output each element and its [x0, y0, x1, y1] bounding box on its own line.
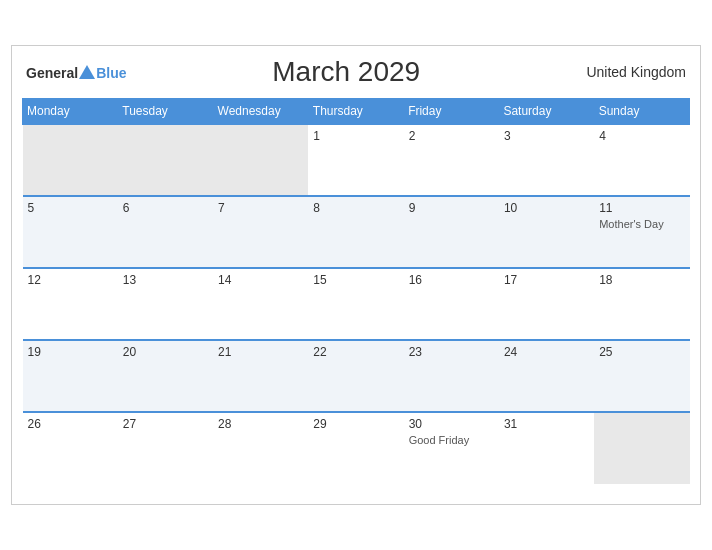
calendar-cell: 14 [213, 268, 308, 340]
logo-blue-text: Blue [96, 66, 126, 80]
day-number: 24 [504, 345, 589, 359]
calendar-cell: 17 [499, 268, 594, 340]
calendar-cell [23, 124, 118, 196]
logo-general-text: General [26, 66, 78, 80]
calendar-cell: 18 [594, 268, 689, 340]
calendar-cell: 7 [213, 196, 308, 268]
weekday-header-tuesday: Tuesday [118, 99, 213, 125]
weekday-header-wednesday: Wednesday [213, 99, 308, 125]
calendar-cell: 19 [23, 340, 118, 412]
calendar-cell: 5 [23, 196, 118, 268]
day-number: 9 [409, 201, 494, 215]
day-number: 3 [504, 129, 589, 143]
calendar-cell: 22 [308, 340, 403, 412]
calendar-cell: 30Good Friday [404, 412, 499, 484]
day-number: 13 [123, 273, 208, 287]
calendar-cell: 2 [404, 124, 499, 196]
calendar-cell: 13 [118, 268, 213, 340]
calendar-cell: 6 [118, 196, 213, 268]
week-row-4: 19202122232425 [23, 340, 690, 412]
week-row-1: 1234 [23, 124, 690, 196]
day-number: 14 [218, 273, 303, 287]
logo-triangle-icon [79, 65, 95, 79]
day-number: 17 [504, 273, 589, 287]
calendar-cell: 25 [594, 340, 689, 412]
day-event: Good Friday [409, 434, 470, 446]
week-row-3: 12131415161718 [23, 268, 690, 340]
day-number: 25 [599, 345, 684, 359]
day-number: 29 [313, 417, 398, 431]
week-row-5: 2627282930Good Friday31 [23, 412, 690, 484]
day-number: 12 [28, 273, 113, 287]
calendar-cell: 29 [308, 412, 403, 484]
weekday-header-thursday: Thursday [308, 99, 403, 125]
logo: General Blue [26, 65, 126, 80]
weekday-header-friday: Friday [404, 99, 499, 125]
calendar-cell: 21 [213, 340, 308, 412]
calendar-cell: 12 [23, 268, 118, 340]
calendar-cell: 20 [118, 340, 213, 412]
day-number: 6 [123, 201, 208, 215]
calendar-container: General Blue March 2029 United Kingdom M… [11, 45, 701, 505]
day-number: 28 [218, 417, 303, 431]
calendar-cell: 15 [308, 268, 403, 340]
calendar-header: General Blue March 2029 United Kingdom [22, 56, 690, 88]
day-number: 22 [313, 345, 398, 359]
weekday-header-monday: Monday [23, 99, 118, 125]
day-number: 23 [409, 345, 494, 359]
calendar-cell: 8 [308, 196, 403, 268]
calendar-cell: 1 [308, 124, 403, 196]
calendar-table: MondayTuesdayWednesdayThursdayFridaySatu… [22, 98, 690, 484]
day-number: 20 [123, 345, 208, 359]
calendar-cell: 10 [499, 196, 594, 268]
day-number: 27 [123, 417, 208, 431]
day-number: 21 [218, 345, 303, 359]
day-number: 5 [28, 201, 113, 215]
calendar-cell: 24 [499, 340, 594, 412]
day-number: 11 [599, 201, 684, 215]
calendar-cell: 26 [23, 412, 118, 484]
day-number: 7 [218, 201, 303, 215]
day-number: 2 [409, 129, 494, 143]
week-row-2: 567891011Mother's Day [23, 196, 690, 268]
day-number: 26 [28, 417, 113, 431]
day-event: Mother's Day [599, 218, 663, 230]
calendar-cell: 4 [594, 124, 689, 196]
day-number: 30 [409, 417, 494, 431]
day-number: 10 [504, 201, 589, 215]
day-number: 1 [313, 129, 398, 143]
calendar-cell: 11Mother's Day [594, 196, 689, 268]
calendar-cell: 31 [499, 412, 594, 484]
day-number: 16 [409, 273, 494, 287]
day-number: 4 [599, 129, 684, 143]
calendar-cell: 9 [404, 196, 499, 268]
weekday-header-saturday: Saturday [499, 99, 594, 125]
calendar-cell [213, 124, 308, 196]
calendar-cell [118, 124, 213, 196]
calendar-cell: 27 [118, 412, 213, 484]
day-number: 18 [599, 273, 684, 287]
weekday-header-row: MondayTuesdayWednesdayThursdayFridaySatu… [23, 99, 690, 125]
weekday-header-sunday: Sunday [594, 99, 689, 125]
day-number: 31 [504, 417, 589, 431]
calendar-cell: 16 [404, 268, 499, 340]
calendar-cell [594, 412, 689, 484]
calendar-region: United Kingdom [566, 64, 686, 80]
calendar-title: March 2029 [126, 56, 566, 88]
calendar-cell: 3 [499, 124, 594, 196]
calendar-cell: 23 [404, 340, 499, 412]
calendar-cell: 28 [213, 412, 308, 484]
day-number: 15 [313, 273, 398, 287]
day-number: 19 [28, 345, 113, 359]
day-number: 8 [313, 201, 398, 215]
